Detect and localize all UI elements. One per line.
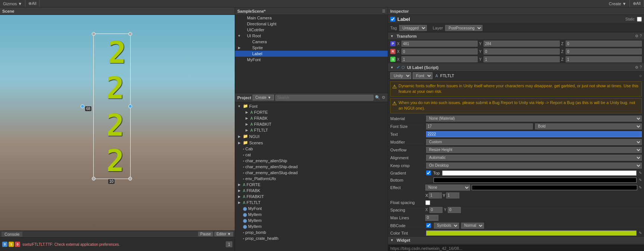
pos-x-input[interactable]: 481 (401, 41, 478, 47)
scale-y-input[interactable] (484, 56, 560, 62)
keep-crisp-select[interactable]: On Desktop (426, 163, 642, 169)
spacing-y-input[interactable] (448, 207, 461, 213)
file-char-slug-dead[interactable]: ▪ char_enemy_alienSlug-dead (235, 170, 388, 176)
handle-br[interactable] (128, 177, 132, 181)
file-frabkit[interactable]: ▶ A FRABKIT (235, 121, 388, 127)
handle-tl[interactable] (92, 32, 96, 36)
project-settings-btn[interactable]: ⚙ (382, 95, 385, 100)
transform-help-btn[interactable]: ? (640, 34, 642, 38)
file-prop-crate[interactable]: ▪ prop_crate_health (235, 235, 388, 241)
file-myfont[interactable]: ⬤ MyFont (235, 205, 388, 211)
gradient-top-edit-btn[interactable]: ✎ (639, 171, 642, 175)
scene-canvas[interactable]: 2 2 2 2 68 10 (0, 15, 235, 230)
maxlines-input[interactable] (425, 215, 438, 221)
file-forte2[interactable]: ▶ A FORTE (235, 182, 388, 188)
file-prop-bomb[interactable]: ▪ prop_bomb (235, 229, 388, 235)
tree-ui-root[interactable]: ▼ UI Root (235, 33, 388, 39)
warning-count[interactable]: 1 (9, 242, 14, 247)
rot-y-input[interactable] (484, 48, 560, 54)
effect-y-input[interactable] (446, 192, 459, 198)
overflow-select[interactable]: Resize Height (426, 147, 642, 153)
normal-select[interactable]: Normal (461, 223, 484, 229)
handle-bl[interactable] (92, 177, 96, 181)
effect-color-edit-btn[interactable]: ✎ (639, 185, 642, 189)
pos-y-input[interactable]: 284 (484, 41, 560, 47)
tag-select[interactable]: Untagged (399, 25, 427, 31)
file-env-platform[interactable]: ▪ env_PlatformUfo (235, 176, 388, 182)
tree-camera[interactable]: Camera (235, 39, 388, 45)
tree-sprite[interactable]: ▶ Sprite (235, 45, 388, 51)
all-btn[interactable]: ⊕All (25, 0, 40, 7)
transform-settings-btn[interactable]: ⚙ (635, 34, 638, 38)
pause-btn[interactable]: Pause (198, 232, 213, 236)
gradient-bottom-edit-btn[interactable]: ✎ (639, 178, 642, 182)
bbcode-checkbox[interactable] (426, 223, 431, 228)
editor-btn[interactable]: Editor ▼ (214, 232, 233, 236)
effect-color-swatch[interactable] (472, 185, 637, 190)
alignment-select[interactable]: Automatic (426, 155, 642, 161)
handle-r[interactable] (128, 104, 132, 108)
info-count[interactable]: 0 (2, 242, 7, 247)
layer-select[interactable]: PostProcessing (445, 25, 482, 31)
color-tint-edit-btn[interactable]: ✎ (639, 231, 642, 235)
font-link-btn[interactable]: ○ (639, 73, 642, 78)
font-style-select[interactable]: Bold (535, 123, 642, 129)
file-cab[interactable]: ▪ Cab (235, 146, 388, 152)
file-cat[interactable]: ▪ cat (235, 152, 388, 158)
file-myitem2[interactable]: ⬤ MyItem (235, 217, 388, 223)
error-count[interactable]: 0 (15, 242, 20, 247)
text-input[interactable]: 2222 (426, 131, 642, 137)
tree-dir-light[interactable]: Directional Light (235, 21, 388, 27)
spacing-x-input[interactable] (429, 207, 443, 213)
file-frabkit2[interactable]: ▶ A FRABKIT (235, 194, 388, 200)
color-tint-swatch[interactable] (426, 230, 637, 236)
scale-z-input[interactable] (566, 56, 642, 62)
file-myitem3[interactable]: ⬤ MyItem (235, 223, 388, 229)
pos-z-input[interactable]: 0 (566, 41, 642, 47)
scale-x-input[interactable] (401, 56, 478, 62)
font-dropdown[interactable]: Font (413, 72, 432, 79)
file-ftltlt-font[interactable]: ▶ A FTLTLT (235, 127, 388, 133)
file-ftltlt2[interactable]: ▶ A FTLTLT (235, 200, 388, 205)
folder-ngui[interactable]: ▶ 📁 NGUI (235, 133, 388, 139)
script-settings-btn[interactable]: ⚙ (635, 65, 638, 69)
scene-tab[interactable]: Scene (2, 9, 14, 13)
widget-header[interactable]: ▼ Widget (388, 237, 644, 244)
font-size-input[interactable]: 17 (426, 123, 533, 129)
file-forte[interactable]: ▶ A FORTE (235, 109, 388, 115)
script-help-btn[interactable]: ? (640, 65, 642, 69)
project-create-btn[interactable]: Create ▼ (253, 95, 274, 100)
float-spacing-checkbox[interactable] (425, 200, 430, 205)
effect-x-input[interactable] (429, 192, 442, 198)
project-search-input[interactable] (275, 95, 373, 101)
static-checkbox[interactable] (637, 17, 642, 22)
effect-select[interactable]: None (425, 185, 470, 191)
file-frabk[interactable]: ▶ A FRABK (235, 115, 388, 121)
file-myitem1[interactable]: ⬤ MyItem (235, 211, 388, 217)
project-search-btn[interactable]: 🔍 (375, 95, 380, 100)
rot-x-input[interactable] (401, 48, 478, 54)
gradient-top-swatch[interactable] (442, 170, 637, 176)
symbols-select[interactable]: Symbols (434, 223, 459, 229)
tree-myfont[interactable]: MyFont (235, 57, 388, 63)
gizmos-btn[interactable]: Gizmos ▼ (0, 0, 25, 7)
hierarchy-menu-btn[interactable]: ☰ (382, 9, 385, 13)
create-btn[interactable]: Create ▼ (606, 0, 630, 7)
rot-z-input[interactable] (566, 48, 642, 54)
file-frabk2[interactable]: ▶ A FRABK (235, 188, 388, 194)
all2-btn[interactable]: ⊕All (630, 0, 644, 7)
tree-label[interactable]: Label (235, 51, 388, 57)
unity-dropdown[interactable]: Unity (390, 72, 411, 79)
file-char-alien-dead[interactable]: ▪ char_enemy_alienShip-dead (235, 164, 388, 170)
label-enabled-checkbox[interactable] (390, 17, 395, 22)
file-char-alien[interactable]: ▪ char_enemy_alienShip (235, 158, 388, 164)
transform-header[interactable]: ▼ Transform ⚙ ? (388, 32, 644, 40)
folder-font[interactable]: ▼ 📁 Font (235, 103, 388, 109)
tree-main-camera[interactable]: Main Camera (235, 15, 388, 21)
gradient-checkbox[interactable] (426, 170, 431, 175)
gradient-bottom-swatch[interactable] (434, 178, 637, 183)
folder-scenes[interactable]: ▶ 📁 Scenes (235, 139, 388, 146)
material-select[interactable]: None (Material) (426, 116, 642, 122)
console-tab[interactable]: Console (1, 232, 22, 237)
modifier-select[interactable]: Custom (426, 139, 642, 145)
